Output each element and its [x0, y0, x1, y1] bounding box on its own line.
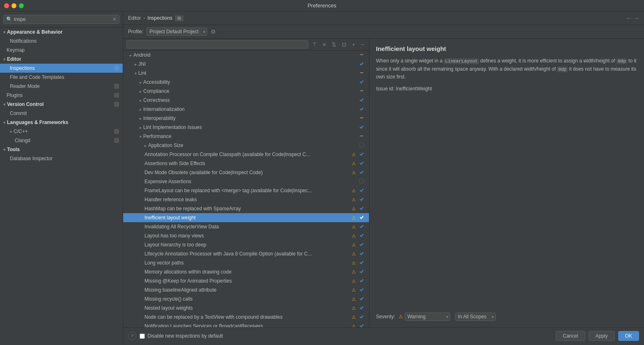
filter-input[interactable] [129, 41, 305, 47]
sidebar-item-file-templates[interactable]: File and Code Templates [0, 73, 123, 82]
list-item[interactable]: ▸ Internationalization [123, 105, 369, 114]
clear-icon[interactable]: ✕ [112, 16, 117, 22]
warning-icon: ⚠ [352, 206, 356, 212]
apply-button[interactable]: Apply [589, 331, 615, 341]
list-item[interactable]: ▾ Performance [123, 132, 369, 141]
profile-select-wrap: Project Default Project ▾ [147, 28, 207, 36]
svg-rect-1 [114, 84, 119, 89]
warning-icon: ⚠ [352, 324, 356, 328]
footer-left: ? Disable new inspections by default [128, 332, 223, 340]
list-item[interactable]: ▸ Correctness [123, 96, 369, 105]
gear-button[interactable]: ⚙ [211, 28, 216, 35]
tree-list: ▸ Android ▸ JNI ▾ Lint [123, 51, 369, 327]
sidebar-item-inspections[interactable]: Inspections [0, 64, 123, 73]
list-item[interactable]: Handler reference leaks ⚠ [123, 195, 369, 204]
add-icon[interactable]: + [351, 41, 357, 48]
list-item[interactable]: Missing baselineAligned attribute ⚠ [123, 285, 369, 294]
list-item[interactable]: Missing recycle() calls ⚠ [123, 294, 369, 304]
minus-icon[interactable]: − [359, 41, 366, 48]
list-item[interactable]: Missing @Keep for Animated Properties ⚠ [123, 276, 369, 285]
sort-icon[interactable]: ≡ [321, 41, 328, 48]
list-item[interactable]: Nested layout weights ⚠ [123, 304, 369, 313]
breadcrumb-separator: › [143, 15, 145, 21]
tree-pane: ⊤ ≡ ⇅ ⊡ + − ▸ Android [123, 39, 369, 327]
list-item[interactable]: Memory allocations within drawing code ⚠ [123, 267, 369, 276]
breadcrumb-editor: Editor [128, 15, 141, 21]
footer: ? Disable new inspections by default Can… [123, 327, 644, 344]
warning-icon: ⚠ [352, 215, 356, 221]
list-item[interactable]: Layout has too many views ⚠ [123, 231, 369, 240]
filter-input-wrap[interactable] [126, 40, 308, 48]
svg-rect-2 [114, 93, 119, 98]
list-item[interactable]: ▸ Compliance [123, 87, 369, 96]
window-title: Preferences [307, 2, 336, 9]
svg-rect-3 [114, 102, 119, 107]
chevron-down-icon: ▾ [3, 30, 5, 34]
list-item[interactable]: Assertions with Side Effects ⚠ [123, 159, 369, 168]
list-item[interactable]: Layout hierarchy is too deep ⚠ [123, 240, 369, 249]
back-arrow-icon[interactable]: ← [626, 15, 632, 21]
profile-label: Profile: [128, 29, 143, 34]
list-item[interactable]: ▸ JNI [123, 60, 369, 69]
list-item[interactable]: Expensive Assertions [123, 177, 369, 186]
sidebar-item-cpp[interactable]: ▾ C/C++ [0, 127, 123, 136]
list-item[interactable]: Invalidating All RecyclerView Data ⚠ [123, 222, 369, 231]
list-item[interactable]: FrameLayout can be replaced with <merge>… [123, 186, 369, 195]
sidebar-item-version-control[interactable]: ▾ Version Control [0, 100, 123, 109]
list-item[interactable]: Lifecycle Annotation Processor with Java… [123, 249, 369, 258]
sidebar-item-keymap[interactable]: Keymap [0, 46, 123, 55]
disable-inspections-checkbox[interactable] [140, 334, 145, 339]
nav-arrows: ← → [626, 15, 639, 21]
sidebar-item-notifications[interactable]: Notifications [0, 37, 123, 46]
list-item[interactable]: Long vector paths ⚠ [123, 258, 369, 267]
sidebar: 🔍 ✕ ▾ Appearance & Behavior Notification… [0, 12, 123, 344]
profile-select[interactable]: Project Default Project [147, 28, 207, 36]
search-input-wrap[interactable]: 🔍 ✕ [3, 15, 119, 24]
sidebar-item-tools[interactable]: ▾ Tools [0, 145, 123, 154]
main-content: Editor › Inspections ⊞ ← → Profile: Proj… [123, 12, 644, 344]
sidebar-item-plugins[interactable]: Plugins [0, 91, 123, 100]
sidebar-item-editor[interactable]: ▾ Editor [0, 55, 123, 64]
disable-inspections-checkbox-label[interactable]: Disable new inspections by default [140, 333, 223, 339]
svg-rect-4 [114, 129, 119, 134]
forward-arrow-icon[interactable]: → [633, 15, 639, 21]
sidebar-search-input[interactable] [14, 16, 112, 22]
list-item[interactable]: Notification Launches Services or Broadc… [123, 322, 369, 327]
sidebar-item-languages[interactable]: ▾ Languages & Frameworks [0, 118, 123, 127]
sidebar-item-reader-mode[interactable]: Reader Mode [0, 82, 123, 91]
list-item[interactable]: ▸ Lint Implementation Issues [123, 123, 369, 132]
minimize-button[interactable] [11, 3, 16, 8]
list-item[interactable]: ▸ Android [123, 51, 369, 60]
ok-button[interactable]: OK [618, 331, 639, 341]
tree-toolbar: ⊤ ≡ ⇅ ⊡ + − [123, 39, 369, 51]
maximize-button[interactable] [19, 3, 24, 8]
expand-icon[interactable]: ⇅ [330, 41, 338, 48]
cancel-button[interactable]: Cancel [556, 331, 585, 341]
close-button[interactable] [4, 3, 9, 8]
description-title: Inefficient layout weight [376, 45, 637, 52]
warning-icon: ⚠ [352, 315, 356, 320]
help-button[interactable]: ? [128, 332, 136, 340]
warning-icon: ⚠ [352, 260, 356, 266]
list-item[interactable]: ▸ Application Size [123, 141, 369, 150]
list-item[interactable]: ▸ Accessibility [123, 78, 369, 87]
list-item[interactable]: Annotation Processor on Compile Classpat… [123, 150, 369, 159]
list-item[interactable]: ▾ Lint [123, 69, 369, 78]
sidebar-item-db-inspector[interactable]: Database Inspector [0, 154, 123, 163]
list-item-selected[interactable]: Inefficient layout weight ⚠ [123, 213, 369, 222]
severity-select[interactable]: Warning Error Info Weak Warning [405, 313, 450, 321]
sidebar-item-clangd[interactable]: Clangd [0, 136, 123, 145]
sidebar-item-commit[interactable]: Commit [0, 109, 123, 118]
tab-pill[interactable]: ⊞ [175, 15, 183, 21]
group-icon[interactable]: ⊡ [340, 41, 348, 48]
scope-select[interactable]: In All Scopes [455, 313, 496, 321]
sidebar-item-appearance[interactable]: ▾ Appearance & Behavior [0, 28, 123, 37]
list-item[interactable]: HashMap can be replaced with SparseArray… [123, 204, 369, 213]
list-item[interactable]: Node can be replaced by a TextView with … [123, 313, 369, 322]
footer-right: Cancel Apply OK [556, 331, 639, 341]
filter-icon[interactable]: ⊤ [311, 41, 319, 48]
list-item[interactable]: ▸ Interoperability [123, 114, 369, 123]
list-item[interactable]: Dev Mode Obsolete (available for Code|In… [123, 168, 369, 177]
chevron-down-icon: ▾ [3, 102, 5, 107]
chevron-down-icon: ▾ [3, 57, 5, 62]
